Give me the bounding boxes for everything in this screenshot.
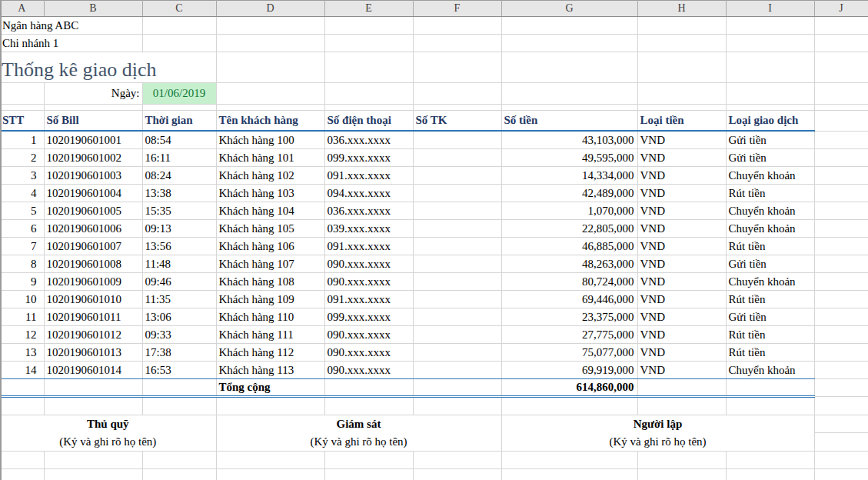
empty-cell[interactable] (814, 238, 868, 255)
empty-cell[interactable] (44, 105, 142, 111)
cell-customer[interactable]: Khách hàng 104 (216, 202, 324, 220)
cell-customer[interactable]: Khách hàng 110 (216, 308, 324, 326)
cell-account[interactable] (413, 255, 501, 273)
empty-cell[interactable] (814, 202, 868, 220)
cell-stt[interactable]: 7 (0, 238, 44, 255)
empty-cell[interactable] (216, 35, 324, 52)
empty-cell[interactable] (814, 291, 868, 308)
cell-time[interactable]: 09:46 (142, 273, 216, 291)
empty-cell[interactable] (814, 452, 868, 469)
cell-phone[interactable]: 094.xxx.xxxx (324, 185, 413, 202)
empty-cell[interactable] (726, 452, 814, 469)
empty-cell[interactable] (324, 379, 413, 397)
cell-time[interactable]: 13:56 (142, 238, 216, 255)
empty-cell[interactable] (814, 326, 868, 344)
empty-cell[interactable] (0, 105, 44, 111)
cell-currency[interactable]: VND (637, 238, 726, 255)
cell-phone[interactable]: 039.xxx.xxxx (324, 220, 413, 238)
cell-account[interactable] (413, 344, 501, 362)
empty-cell[interactable] (44, 452, 142, 469)
cell-currency[interactable]: VND (637, 255, 726, 273)
cell-currency[interactable]: VND (637, 308, 726, 326)
cell-currency[interactable]: VND (637, 167, 726, 185)
empty-cell[interactable] (413, 52, 501, 83)
date-value-cell[interactable]: 01/06/2019 (142, 83, 216, 105)
cell-currency[interactable]: VND (637, 131, 726, 149)
cell-transaction-type[interactable]: Chuyển khoản (726, 362, 814, 379)
cell-account[interactable] (413, 185, 501, 202)
cell-phone[interactable]: 036.xxx.xxxx (324, 202, 413, 220)
signature-title-preparer[interactable]: Người lập (501, 415, 814, 433)
cell-time[interactable]: 13:38 (142, 185, 216, 202)
header-so-tk[interactable]: Số TK (413, 111, 501, 132)
empty-cell[interactable] (814, 415, 868, 433)
empty-cell[interactable] (413, 379, 501, 397)
empty-cell[interactable] (814, 149, 868, 167)
empty-cell[interactable] (637, 35, 726, 52)
cell-customer[interactable]: Khách hàng 111 (216, 326, 324, 344)
column-header-d[interactable]: D (216, 1, 324, 17)
empty-cell[interactable] (0, 452, 44, 469)
empty-cell[interactable] (814, 362, 868, 379)
cell-stt[interactable]: 1 (0, 131, 44, 149)
cell-customer[interactable]: Khách hàng 105 (216, 220, 324, 238)
cell-time[interactable]: 17:38 (142, 344, 216, 362)
empty-cell[interactable] (726, 397, 814, 415)
cell-transaction-type[interactable]: Chuyển khoản (726, 202, 814, 220)
cell-transaction-type[interactable]: Chuyển khoản (726, 273, 814, 291)
cell-bill[interactable]: 1020190601009 (44, 273, 142, 291)
cell-phone[interactable]: 091.xxx.xxxx (324, 238, 413, 255)
cell-amount[interactable]: 42,489,000 (501, 185, 637, 202)
header-stt[interactable]: STT (0, 111, 44, 132)
empty-cell[interactable] (814, 167, 868, 185)
empty-cell[interactable] (637, 379, 726, 397)
cell-phone[interactable]: 036.xxx.xxxx (324, 131, 413, 149)
column-header-g[interactable]: G (501, 1, 637, 17)
empty-cell[interactable] (413, 83, 501, 105)
cell-customer[interactable]: Khách hàng 103 (216, 185, 324, 202)
empty-cell[interactable] (814, 433, 868, 452)
empty-cell[interactable] (413, 469, 501, 480)
cell-amount[interactable]: 75,077,000 (501, 344, 637, 362)
cell-customer[interactable]: Khách hàng 106 (216, 238, 324, 255)
cell-account[interactable] (413, 326, 501, 344)
cell-customer[interactable]: Khách hàng 113 (216, 362, 324, 379)
cell-amount[interactable]: 48,263,000 (501, 255, 637, 273)
cell-customer[interactable]: Khách hàng 112 (216, 344, 324, 362)
cell-phone[interactable]: 091.xxx.xxxx (324, 291, 413, 308)
empty-cell[interactable] (44, 469, 142, 480)
branch-name-cell[interactable]: Chi nhánh 1 (0, 35, 142, 52)
empty-cell[interactable] (142, 379, 216, 397)
cell-time[interactable]: 11:35 (142, 291, 216, 308)
cell-transaction-type[interactable]: Chuyển khoản (726, 220, 814, 238)
empty-cell[interactable] (142, 17, 216, 35)
empty-cell[interactable] (324, 452, 413, 469)
empty-cell[interactable] (501, 83, 637, 105)
empty-cell[interactable] (216, 17, 324, 35)
empty-cell[interactable] (814, 308, 868, 326)
cell-transaction-type[interactable]: Rút tiền (726, 238, 814, 255)
empty-cell[interactable] (44, 379, 142, 397)
empty-cell[interactable] (413, 17, 501, 35)
empty-cell[interactable] (142, 35, 216, 52)
cell-stt[interactable]: 6 (0, 220, 44, 238)
empty-cell[interactable] (0, 379, 44, 397)
empty-cell[interactable] (726, 52, 814, 83)
cell-transaction-type[interactable]: Rút tiền (726, 185, 814, 202)
cell-bill[interactable]: 1020190601012 (44, 326, 142, 344)
total-value[interactable]: 614,860,000 (501, 379, 637, 397)
cell-phone[interactable]: 090.xxx.xxxx (324, 362, 413, 379)
column-header-a[interactable]: A (0, 1, 44, 17)
column-header-j[interactable]: J (814, 1, 868, 17)
cell-stt[interactable]: 12 (0, 326, 44, 344)
cell-amount[interactable]: 1,070,000 (501, 202, 637, 220)
cell-currency[interactable]: VND (637, 149, 726, 167)
header-ten-khach-hang[interactable]: Tên khách hàng (216, 111, 324, 132)
empty-cell[interactable] (501, 452, 637, 469)
empty-cell[interactable] (142, 105, 216, 111)
column-header-h[interactable]: H (637, 1, 726, 17)
cell-currency[interactable]: VND (637, 185, 726, 202)
cell-phone[interactable]: 090.xxx.xxxx (324, 344, 413, 362)
cell-account[interactable] (413, 131, 501, 149)
empty-cell[interactable] (814, 379, 868, 397)
